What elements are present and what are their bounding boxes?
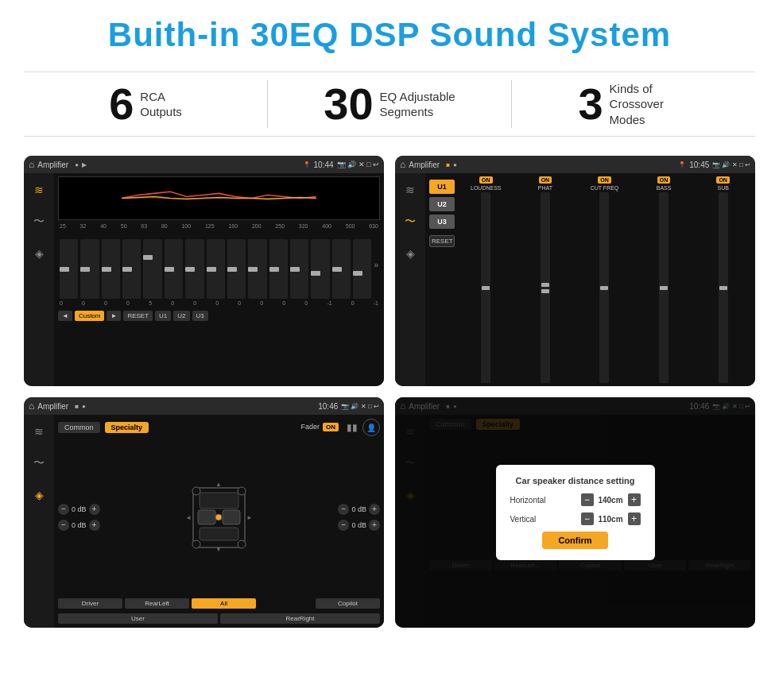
right-db2-plus[interactable]: + bbox=[369, 520, 380, 531]
dsp-preset-u1[interactable]: U1 bbox=[429, 180, 455, 194]
eq-slider-5[interactable] bbox=[143, 239, 161, 299]
fader-bottom-btns: Driver RearLeft All Copilot bbox=[58, 598, 380, 609]
eq-slider-2[interactable] bbox=[80, 239, 99, 299]
fader-time: 10:46 bbox=[318, 402, 338, 411]
eq-dot1: ● bbox=[75, 161, 79, 168]
confirm-button[interactable]: Confirm bbox=[542, 532, 607, 549]
cutfreq-on-badge[interactable]: ON bbox=[598, 176, 611, 184]
rearright-btn[interactable]: RearRight bbox=[220, 613, 380, 624]
left-db1-minus[interactable]: − bbox=[58, 504, 69, 515]
left-db-controls: − 0 dB + − 0 dB + bbox=[58, 504, 100, 531]
eq-slider-9[interactable] bbox=[227, 239, 246, 299]
eq-slider-6[interactable] bbox=[165, 239, 183, 299]
dsp-time: 10:45 bbox=[689, 160, 709, 169]
eq-slider-12[interactable] bbox=[290, 239, 308, 299]
eq-slider-15[interactable] bbox=[353, 239, 371, 299]
sub-on-badge[interactable]: ON bbox=[716, 176, 730, 184]
sidebar-speaker-icon[interactable]: ◈ bbox=[29, 243, 49, 264]
left-db2-minus[interactable]: − bbox=[58, 520, 69, 531]
bass-slider[interactable] bbox=[659, 192, 669, 383]
loudness-slider[interactable] bbox=[481, 192, 490, 383]
dialog-title: Car speaker distance setting bbox=[510, 476, 641, 485]
eq-slider-13[interactable] bbox=[311, 239, 329, 299]
vertical-minus-btn[interactable]: − bbox=[581, 512, 594, 525]
dialog-overlay: Car speaker distance setting Horizontal … bbox=[395, 397, 755, 628]
copilot-btn[interactable]: Copilot bbox=[316, 598, 380, 609]
eq-slider-14[interactable] bbox=[332, 239, 351, 299]
play-btn[interactable]: ► bbox=[107, 311, 121, 321]
fader-sq-icon: ■ bbox=[75, 403, 79, 410]
rearleft-btn[interactable]: RearLeft bbox=[125, 598, 189, 609]
u3-btn[interactable]: U3 bbox=[192, 311, 208, 321]
loudness-label: LOUDNESS bbox=[471, 185, 502, 191]
eq-slider-7[interactable] bbox=[185, 239, 203, 299]
phat-slider[interactable] bbox=[541, 192, 550, 383]
right-db2-minus[interactable]: − bbox=[338, 520, 349, 531]
dsp-preset-u2[interactable]: U2 bbox=[429, 197, 455, 211]
left-db1-plus[interactable]: + bbox=[89, 504, 100, 515]
eq-play-icon: ▶ bbox=[82, 161, 87, 168]
left-db2-plus[interactable]: + bbox=[89, 520, 100, 531]
eq-time: 10:44 bbox=[314, 160, 334, 169]
fader-sidebar-wave[interactable]: 〜 bbox=[29, 453, 49, 474]
user-btn[interactable]: User bbox=[58, 613, 218, 624]
eq-left-sidebar: ≋ 〜 ◈ bbox=[24, 173, 54, 386]
dsp-sidebar-wave-icon[interactable]: 〜 bbox=[400, 211, 421, 232]
loudness-on-badge[interactable]: ON bbox=[479, 176, 493, 184]
dsp-sidebar-eq-icon[interactable]: ≋ bbox=[400, 180, 421, 200]
u1-btn[interactable]: U1 bbox=[155, 311, 171, 321]
fader-sidebar-speaker[interactable]: ◈ bbox=[29, 485, 49, 505]
eq-location-icon: 📍 bbox=[303, 161, 311, 168]
dialog-horizontal-row: Horizontal − 140cm + bbox=[510, 493, 641, 506]
svg-point-9 bbox=[192, 540, 200, 548]
fader-header: Fader ON bbox=[300, 423, 339, 431]
dsp-reset-btn[interactable]: RESET bbox=[429, 235, 455, 247]
driver-btn[interactable]: Driver bbox=[58, 598, 122, 609]
stat-number-crossover: 3 bbox=[578, 82, 603, 126]
dsp-preset-u3[interactable]: U3 bbox=[429, 215, 455, 229]
all-btn[interactable]: All bbox=[192, 598, 256, 609]
eq-slider-3[interactable] bbox=[102, 239, 120, 299]
fader-person-icon: 👤 bbox=[362, 419, 380, 436]
eq-bottom-bar: ◄ Custom ► RESET U1 U2 U3 bbox=[58, 311, 380, 321]
prev-mode-btn[interactable]: ◄ bbox=[58, 311, 72, 321]
eq-slider-11[interactable] bbox=[269, 239, 288, 299]
car-diagram-svg: ▲ ▼ ◄ ► bbox=[185, 480, 253, 555]
reset-btn[interactable]: RESET bbox=[123, 311, 153, 321]
fader-on-toggle[interactable]: ON bbox=[323, 423, 339, 431]
specialty-tab[interactable]: Specialty bbox=[105, 422, 149, 433]
dsp-sidebar-speaker-icon[interactable]: ◈ bbox=[400, 243, 421, 264]
u2-btn[interactable]: U2 bbox=[173, 311, 189, 321]
eq-slider-4[interactable] bbox=[122, 239, 141, 299]
custom-mode-btn[interactable]: Custom bbox=[75, 311, 105, 321]
left-db1-val: 0 dB bbox=[72, 505, 87, 513]
sidebar-eq-icon[interactable]: ≋ bbox=[29, 180, 49, 200]
screens-grid: ⌂ Amplifier ● ▶ 📍 10:44 📷 🔊 ✕ □ ↩ ≋ 〜 ◈ bbox=[24, 156, 755, 628]
fader-sidebar-eq[interactable]: ≋ bbox=[29, 421, 49, 442]
eq-slider-1[interactable] bbox=[60, 239, 78, 299]
svg-text:◄: ◄ bbox=[185, 514, 192, 521]
right-db1-plus[interactable]: + bbox=[369, 504, 380, 515]
page-title: Buith-in 30EQ DSP Sound System bbox=[24, 16, 755, 54]
right-db1-minus[interactable]: − bbox=[338, 504, 349, 515]
eq-curve-svg bbox=[59, 177, 379, 219]
vertical-plus-btn[interactable]: + bbox=[628, 512, 641, 525]
horizontal-plus-btn[interactable]: + bbox=[628, 493, 641, 506]
left-db2-val: 0 dB bbox=[72, 521, 87, 529]
sidebar-wave-icon[interactable]: 〜 bbox=[29, 211, 49, 232]
horizontal-minus-btn[interactable]: − bbox=[581, 493, 594, 506]
eq-slider-8[interactable] bbox=[207, 239, 225, 299]
phat-label: PHAT bbox=[538, 185, 552, 191]
common-tab[interactable]: Common bbox=[58, 422, 100, 433]
dialog-vertical-row: Vertical − 110cm + bbox=[510, 512, 641, 525]
eq-values-row: 000050000000-10-1 bbox=[58, 299, 380, 307]
sub-slider[interactable] bbox=[719, 192, 728, 383]
bass-on-badge[interactable]: ON bbox=[657, 176, 671, 184]
stat-rca: 6 RCAOutputs bbox=[24, 82, 267, 126]
dsp-status-bar: ⌂ Amplifier ■ ● 📍 10:45 📷 🔊 ✕ □ ↩ bbox=[395, 156, 755, 173]
phat-on-badge[interactable]: ON bbox=[539, 176, 552, 184]
cutfreq-slider[interactable] bbox=[599, 192, 609, 383]
bass-label: BASS bbox=[657, 185, 672, 191]
eq-slider-10[interactable] bbox=[248, 239, 266, 299]
dsp-dot2: ● bbox=[453, 161, 457, 168]
